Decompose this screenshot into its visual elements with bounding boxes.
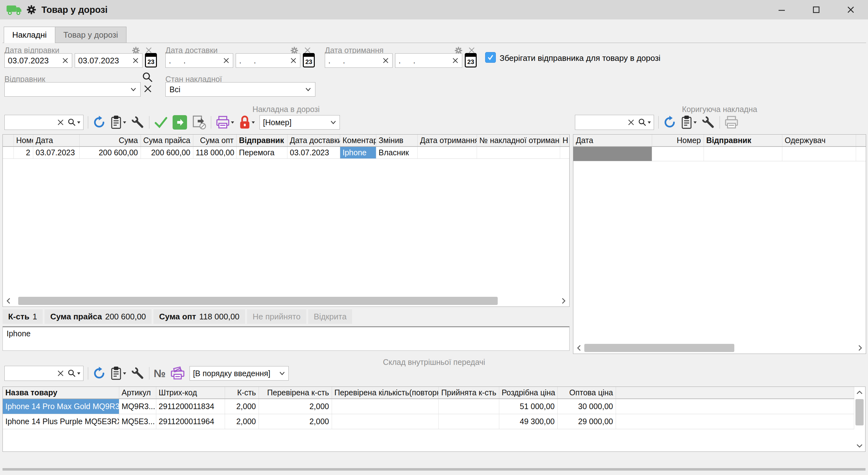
close-button[interactable] bbox=[834, 0, 868, 20]
col-nakladna-otrymannia[interactable]: № накладної отримання bbox=[477, 135, 560, 147]
col-data-dostavky[interactable]: Дата доставки bbox=[287, 135, 340, 147]
report-clipboard-button[interactable] bbox=[110, 116, 126, 129]
col-suma-opt[interactable]: Сума опт bbox=[193, 135, 236, 147]
sender-clear-icon[interactable] bbox=[143, 84, 153, 94]
clear-x-icon[interactable] bbox=[627, 119, 635, 126]
col-kst[interactable]: К-сть bbox=[225, 387, 258, 399]
left-sort-combo[interactable]: [Номер] bbox=[259, 115, 340, 130]
col-nazva-tovaru[interactable]: Назва товару bbox=[3, 387, 119, 399]
col-nomer[interactable]: Номер bbox=[13, 135, 33, 147]
settings-wrench-button[interactable] bbox=[701, 116, 715, 129]
clear-x-icon[interactable] bbox=[62, 57, 69, 64]
date-received-from-input[interactable]: . . bbox=[325, 53, 393, 68]
col-shtryh-kod[interactable]: Штрих-код bbox=[156, 387, 225, 399]
table-row[interactable]: Iphone 14 Pro Max Gold MQ9R3... MQ9R3...… bbox=[3, 399, 854, 414]
col-partial[interactable]: Н bbox=[560, 135, 569, 147]
numbering-button[interactable]: № bbox=[154, 368, 166, 380]
search-scope-icon[interactable] bbox=[67, 369, 81, 378]
bottom-search-input[interactable] bbox=[4, 366, 84, 381]
tab-nakladni[interactable]: Накладні bbox=[4, 27, 55, 43]
scroll-thumb[interactable] bbox=[18, 297, 498, 305]
left-grid-hscrollbar[interactable] bbox=[3, 295, 569, 306]
bottom-splitter[interactable] bbox=[2, 468, 866, 471]
col-oderzhuvach[interactable]: Одержувач bbox=[782, 135, 856, 147]
scroll-down-arrow[interactable] bbox=[854, 441, 865, 451]
print-button-disabled[interactable] bbox=[724, 116, 739, 129]
col-perevirena-kst[interactable]: Перевірена к-сть bbox=[258, 387, 332, 399]
send-forward-button[interactable] bbox=[173, 115, 187, 130]
date-delivery-calendar-button[interactable]: 23 bbox=[303, 53, 315, 68]
col-suma-praisa[interactable]: Сума прайса bbox=[141, 135, 193, 147]
scroll-up-arrow[interactable] bbox=[854, 387, 865, 398]
date-sent-calendar-button[interactable]: 23 bbox=[145, 53, 157, 68]
col-rozdribna-cina[interactable]: Роздрібна ціна bbox=[499, 387, 557, 399]
selected-cell[interactable] bbox=[574, 147, 652, 161]
date-received-calendar-button[interactable]: 23 bbox=[465, 53, 477, 68]
label-print-button[interactable] bbox=[170, 367, 185, 380]
clear-x-icon[interactable] bbox=[290, 57, 297, 64]
col-vidpravnyk[interactable]: Відправник bbox=[704, 135, 782, 147]
comment-box[interactable]: Iphone bbox=[2, 326, 569, 351]
clear-x-icon[interactable] bbox=[223, 57, 230, 64]
tab-tovar-u-dorozi[interactable]: Товар у дорозі bbox=[55, 27, 126, 43]
col-artykul[interactable]: Артикул bbox=[119, 387, 156, 399]
clear-x-icon[interactable] bbox=[57, 119, 64, 126]
scroll-thumb[interactable] bbox=[856, 399, 864, 425]
search-scope-icon[interactable] bbox=[67, 118, 81, 127]
scroll-right-arrow[interactable] bbox=[558, 295, 569, 306]
col-data-otrymannia[interactable]: Дата отримання bbox=[417, 135, 477, 147]
sender-search-icon[interactable] bbox=[142, 71, 153, 83]
print-button[interactable] bbox=[216, 116, 235, 129]
search-scope-icon[interactable] bbox=[638, 118, 651, 127]
date-sent-to-input[interactable]: 03.07.2023 bbox=[75, 53, 143, 68]
col-komentar[interactable]: Коментар bbox=[340, 135, 376, 147]
date-delivery-from-input[interactable]: . . bbox=[165, 53, 233, 68]
bottom-grid-vscrollbar[interactable] bbox=[854, 387, 865, 451]
bottom-order-combo[interactable]: [В порядку введення] bbox=[190, 366, 289, 381]
minimize-button[interactable] bbox=[765, 0, 799, 20]
clear-x-icon[interactable] bbox=[382, 57, 389, 64]
settings-wrench-button[interactable] bbox=[131, 116, 145, 129]
tab-strip-line bbox=[2, 43, 866, 43]
accept-check-button[interactable] bbox=[154, 116, 168, 129]
clear-x-icon[interactable] bbox=[452, 57, 459, 64]
date-sent-from-input[interactable]: 03.07.2023 bbox=[4, 53, 72, 68]
sender-combo[interactable] bbox=[4, 82, 141, 97]
col-data[interactable]: Дата bbox=[33, 135, 80, 147]
col-nomer[interactable]: Номер bbox=[652, 135, 704, 147]
right-search-input[interactable] bbox=[575, 115, 654, 130]
refresh-button[interactable] bbox=[663, 116, 676, 129]
scroll-thumb[interactable] bbox=[584, 344, 734, 352]
col-optova-cina[interactable]: Оптова ціна bbox=[557, 387, 616, 399]
refresh-button[interactable] bbox=[93, 116, 106, 129]
table-row[interactable]: Iphone 14 Plus Purple MQ5E3RX/... MQ5E3.… bbox=[3, 414, 854, 429]
keep-sender-checkbox[interactable] bbox=[485, 52, 496, 63]
report-clipboard-button[interactable] bbox=[681, 116, 697, 129]
scroll-left-arrow[interactable] bbox=[574, 343, 584, 353]
col-data[interactable]: Дата bbox=[574, 135, 652, 147]
col-suma[interactable]: Сума bbox=[80, 135, 141, 147]
col-vidpravnyk[interactable]: Відправник bbox=[236, 135, 287, 147]
left-search-input[interactable] bbox=[4, 115, 84, 130]
selected-cell[interactable]: Iphone bbox=[340, 147, 376, 158]
scroll-left-arrow[interactable] bbox=[3, 295, 14, 306]
clear-x-icon[interactable] bbox=[132, 57, 139, 64]
maximize-button[interactable] bbox=[799, 0, 834, 20]
table-row[interactable]: 2 03.07.2023 200 600,00 200 600,00 118 0… bbox=[3, 147, 569, 158]
date-delivery-to-input[interactable]: . . bbox=[236, 53, 300, 68]
table-row[interactable] bbox=[574, 147, 866, 161]
invoice-state-combo[interactable]: Всі bbox=[165, 82, 315, 97]
cancel-send-button[interactable] bbox=[191, 115, 207, 130]
right-grid-hscrollbar[interactable] bbox=[574, 343, 866, 353]
col-zminyv[interactable]: Змінив bbox=[376, 135, 417, 147]
report-clipboard-button[interactable] bbox=[110, 367, 126, 380]
clear-x-icon[interactable] bbox=[57, 370, 64, 377]
lock-button[interactable] bbox=[239, 115, 255, 130]
selected-cell[interactable]: Iphone 14 Pro Max Gold MQ9R3... bbox=[3, 399, 119, 414]
col-pryiniata-kst[interactable]: Прийнята к-сть bbox=[438, 387, 499, 399]
settings-wrench-button[interactable] bbox=[131, 367, 145, 380]
date-received-to-input[interactable]: . . bbox=[395, 53, 462, 68]
col-perevirena-povtorno[interactable]: Перевірена кількість(повторно) bbox=[332, 387, 438, 399]
scroll-right-arrow[interactable] bbox=[855, 343, 866, 353]
refresh-button[interactable] bbox=[93, 367, 106, 380]
